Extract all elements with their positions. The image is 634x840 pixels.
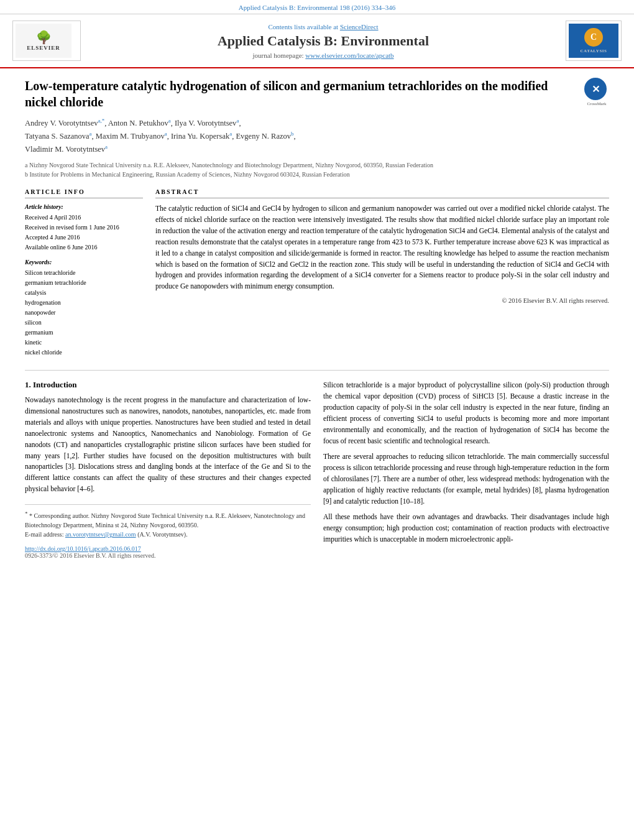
journal-logo-inner: C CATALYSIS bbox=[569, 24, 618, 58]
crossmark-icon: ✕ bbox=[584, 78, 607, 100]
journal-title: Applied Catalysis B: Environmental bbox=[81, 33, 566, 49]
history-label: Article history: bbox=[25, 203, 143, 210]
paper-title: Low-temperature catalytic hydrogenation … bbox=[25, 78, 578, 110]
footnote-star-symbol: * bbox=[25, 510, 28, 517]
journal-citation-bar: Applied Catalysis B: Environmental 198 (… bbox=[0, 0, 634, 14]
received: Received 4 April 2016 bbox=[25, 213, 143, 223]
body-content: 1. Introduction Nowadays nanotechnology … bbox=[25, 380, 609, 559]
abstract-heading: ABSTRACT bbox=[155, 188, 609, 198]
elsevier-logo: 🌳 ELSEVIER bbox=[12, 21, 81, 61]
contents-label: Contents lists available at bbox=[268, 23, 338, 30]
doi-issn: 0926-3373/© 2016 Elsevier B.V. All right… bbox=[25, 552, 311, 559]
footnote-star: * * Corresponding author. Nizhny Novgoro… bbox=[25, 510, 311, 530]
intro-right-p1: Silicon tetrachloride is a major byprodu… bbox=[323, 380, 609, 446]
keyword-item: germanium bbox=[25, 328, 143, 338]
affiliation-b: b Institute for Problems in Mechanical E… bbox=[25, 170, 609, 179]
footnote-email-line: E-mail address: an.vorotytntsev@gmail.co… bbox=[25, 530, 311, 539]
introduction-heading: 1. Introduction bbox=[25, 380, 311, 390]
homepage-url[interactable]: www.elsevier.com/locate/apcatb bbox=[305, 52, 393, 59]
journal-citation: Applied Catalysis B: Environmental 198 (… bbox=[239, 4, 395, 11]
keyword-item: hydrogenation bbox=[25, 298, 143, 308]
sciencedirect-link[interactable]: Contents lists available at ScienceDirec… bbox=[81, 23, 566, 30]
catalysis-logo-circle: C bbox=[584, 28, 603, 47]
copyright-notice: © 2016 Elsevier B.V. All rights reserved… bbox=[155, 297, 609, 304]
keyword-item: silicon bbox=[25, 318, 143, 328]
keyword-item: catalysis bbox=[25, 288, 143, 298]
elsevier-label: ELSEVIER bbox=[27, 45, 60, 51]
keyword-item: Silicon tetrachloride bbox=[25, 268, 143, 278]
footnote-section: * * Corresponding author. Nizhny Novgoro… bbox=[25, 504, 311, 539]
journal-center: Contents lists available at ScienceDirec… bbox=[81, 23, 566, 59]
doi-section[interactable]: http://dx.doi.org/10.1016/j.apcatb.2016.… bbox=[25, 545, 311, 552]
email-label: E-mail address: bbox=[25, 531, 63, 538]
keyword-item: germanium tetrachloride bbox=[25, 278, 143, 288]
article-history: Article history: Received 4 April 2016 R… bbox=[25, 203, 143, 252]
accepted: Accepted 4 June 2016 bbox=[25, 233, 143, 242]
sciencedirect-label[interactable]: ScienceDirect bbox=[340, 23, 379, 30]
doi-link[interactable]: http://dx.doi.org/10.1016/j.apcatb.2016.… bbox=[25, 545, 311, 552]
keyword-item: nickel chloride bbox=[25, 348, 143, 358]
keyword-item: kinetic bbox=[25, 338, 143, 348]
section-divider bbox=[25, 370, 609, 371]
main-content: Low-temperature catalytic hydrogenation … bbox=[0, 68, 634, 571]
intro-left-paragraph: Nowadays nanotechnology is the recent pr… bbox=[25, 395, 311, 494]
body-right-column: Silicon tetrachloride is a major byprodu… bbox=[323, 380, 609, 559]
article-info-abstract-section: ARTICLE INFO Article history: Received 4… bbox=[25, 188, 609, 358]
abstract-text: The catalytic reduction of SiCl4 and GeC… bbox=[155, 203, 609, 292]
keywords-list: Silicon tetrachloridegermanium tetrachlo… bbox=[25, 268, 143, 358]
received-revised: Received in revised form 1 June 2016 bbox=[25, 223, 143, 233]
body-left-column: 1. Introduction Nowadays nanotechnology … bbox=[25, 380, 311, 559]
crossmark-label: CrossMark bbox=[584, 101, 609, 106]
elsevier-tree-icon: 🌳 bbox=[36, 31, 52, 44]
footnote-email-name: (A.V. Vorotytntsev). bbox=[137, 531, 188, 538]
affiliation-a: a Nizhny Novgorod State Technical Univer… bbox=[25, 160, 609, 170]
affiliations: a Nizhny Novgorod State Technical Univer… bbox=[25, 160, 609, 179]
intro-right-p3: All these methods have their own advanta… bbox=[323, 512, 609, 545]
footnote-email[interactable]: an.vorotytntsev@gmail.com bbox=[65, 531, 136, 538]
elsevier-logo-img: 🌳 ELSEVIER bbox=[16, 24, 71, 58]
journal-logo-box: C CATALYSIS bbox=[566, 21, 622, 61]
keyword-item: nanopowder bbox=[25, 308, 143, 318]
catalysis-logo-label: CATALYSIS bbox=[581, 48, 607, 53]
authors-line: Andrey V. Vorotytntseva,*, Anton N. Petu… bbox=[25, 116, 609, 155]
crossmark: ✕ CrossMark bbox=[584, 78, 609, 106]
keywords-section: Keywords: Silicon tetrachloridegermanium… bbox=[25, 259, 143, 358]
available-online: Available online 6 June 2016 bbox=[25, 242, 143, 252]
section-title-text: Introduction bbox=[33, 380, 77, 389]
abstract-section: ABSTRACT The catalytic reduction of SiCl… bbox=[155, 188, 609, 358]
paper-title-section: Low-temperature catalytic hydrogenation … bbox=[25, 78, 609, 110]
keywords-label: Keywords: bbox=[25, 259, 143, 265]
article-info-heading: ARTICLE INFO bbox=[25, 188, 143, 198]
received-date: Received 4 April 2016 Received in revise… bbox=[25, 213, 143, 252]
section-number: 1. bbox=[25, 380, 31, 389]
intro-right-p2: There are several approaches to reducing… bbox=[323, 451, 609, 507]
footnote-text: * Corresponding author. Nizhny Novgorod … bbox=[25, 512, 305, 528]
journal-header: 🌳 ELSEVIER Contents lists available at S… bbox=[0, 14, 634, 68]
article-info-column: ARTICLE INFO Article history: Received 4… bbox=[25, 188, 143, 358]
elsevier-logo-box: 🌳 ELSEVIER bbox=[12, 21, 81, 61]
homepage-label: journal homepage: bbox=[252, 52, 303, 59]
journal-homepage[interactable]: journal homepage: www.elsevier.com/locat… bbox=[81, 52, 566, 59]
